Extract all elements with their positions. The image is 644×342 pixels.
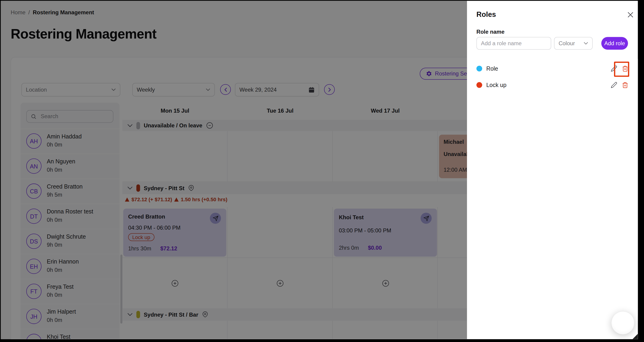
colour-select-value: Colour	[558, 40, 575, 46]
resize-corner-handle	[632, 334, 638, 339]
add-role-button[interactable]: Add role	[601, 37, 628, 50]
role-name-input[interactable]	[476, 37, 551, 50]
colour-select[interactable]: Colour	[554, 37, 592, 50]
role-name: Role	[486, 65, 606, 72]
panel-title: Roles	[476, 10, 496, 19]
delete-role-button[interactable]	[622, 82, 628, 88]
roles-panel: Roles Role name Colour Add role Role Loc…	[467, 1, 638, 339]
app-window: Home / Rostering Management Rostering Ma…	[0, 0, 644, 342]
role-color-dot	[476, 66, 482, 72]
role-row: Lock up	[476, 79, 628, 91]
chevron-down-icon	[584, 42, 588, 44]
role-row: Role	[476, 62, 628, 74]
chat-widget-button[interactable]	[612, 312, 634, 334]
role-name: Lock up	[486, 82, 606, 88]
pencil-icon	[610, 82, 617, 88]
role-color-dot	[476, 82, 482, 88]
trash-icon	[622, 82, 628, 88]
role-name-label: Role name	[476, 29, 504, 35]
edit-role-button[interactable]	[610, 82, 617, 88]
screen: Home / Rostering Management Rostering Ma…	[1, 1, 638, 339]
close-button[interactable]	[627, 12, 634, 18]
annotation-highlight-box	[614, 62, 629, 77]
close-icon	[627, 12, 634, 18]
